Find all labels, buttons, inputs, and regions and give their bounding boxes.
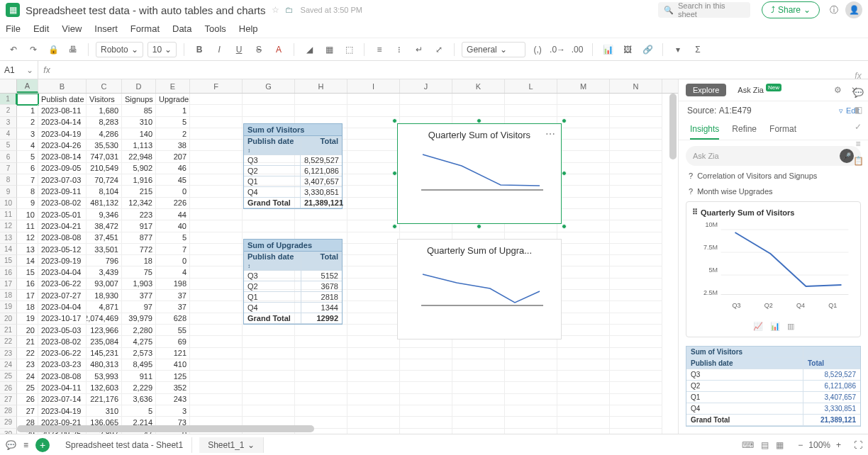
cell[interactable] [243,94,295,105]
strike-button[interactable]: S [251,42,267,57]
cell[interactable] [190,394,243,405]
cell[interactable] [557,266,610,278]
redo-button[interactable]: ↷ [26,42,41,57]
fill-color-button[interactable]: ◢ [301,42,317,57]
select-all-corner[interactable] [0,79,17,93]
cell[interactable]: 97 [122,301,156,313]
cell[interactable]: 8,495 [122,359,156,371]
insert-image-button[interactable]: 🖼 [620,42,635,57]
sheet-tab-2[interactable]: Sheet1_1⌄ [199,437,263,453]
row-header[interactable]: 19 [0,301,17,313]
cell[interactable] [190,117,243,128]
cell[interactable]: 2023-07-27 [38,290,87,301]
cell[interactable] [347,174,400,186]
cell[interactable] [243,325,295,336]
cell[interactable]: 2,573 [122,348,156,359]
cell[interactable] [557,371,610,382]
cell[interactable] [557,290,610,301]
cell[interactable]: 877 [122,232,156,244]
align-h-button[interactable]: ≡ [372,42,387,57]
cell[interactable]: 410 [156,359,190,371]
cell[interactable] [610,220,662,232]
doc-title[interactable]: Spreadsheet test data - with auto tables… [26,4,266,16]
cell[interactable]: 40 [156,220,190,232]
cell[interactable]: 911 [122,371,156,382]
bold-button[interactable]: B [191,42,207,57]
cell[interactable] [610,209,662,220]
cell[interactable] [557,117,610,128]
cell[interactable]: 2023-04-11 [38,382,87,393]
cell[interactable] [347,117,400,128]
cell[interactable]: 2 [17,117,38,128]
cell[interactable] [505,359,557,371]
cell[interactable]: 4 [17,140,38,151]
font-size-select[interactable]: 10⌄ [148,42,177,57]
cell[interactable] [400,405,452,417]
cell[interactable] [557,255,610,266]
cell[interactable]: 69 [156,336,190,347]
cell[interactable]: 2023-08-11 [38,105,87,116]
cell[interactable]: 53,993 [87,371,122,382]
row-header[interactable]: 28 [0,405,17,417]
cell[interactable]: 5 [17,151,38,162]
lock-icon[interactable]: 🔒 [45,42,61,57]
cell[interactable]: 45 [156,174,190,186]
cell[interactable] [610,128,662,140]
cell[interactable]: 5 [156,232,190,244]
cell[interactable] [557,336,610,347]
wrap-button[interactable]: ↵ [411,42,427,57]
row-header[interactable]: 3 [0,117,17,128]
cell[interactable] [190,232,243,244]
cell[interactable] [610,186,662,197]
cell[interactable]: 310 [122,117,156,128]
cell[interactable]: 6 [17,163,38,174]
row-header[interactable]: 30 [0,429,17,434]
cell[interactable] [557,163,610,174]
cell[interactable] [347,255,400,266]
cell[interactable] [243,382,295,393]
cell[interactable]: 1,916 [122,174,156,186]
cell[interactable]: 2,074,469 [87,313,122,325]
cell[interactable] [557,186,610,197]
cell[interactable]: 123,966 [87,325,122,336]
cell[interactable] [190,186,243,197]
cell[interactable]: 747,031 [87,151,122,162]
cell[interactable] [557,198,610,209]
cell[interactable]: 15 [17,266,38,278]
cell[interactable]: 2023-09-05 [38,163,87,174]
cell[interactable]: 223 [122,209,156,220]
column-header-M[interactable]: M [557,79,610,93]
cell[interactable] [347,140,400,151]
cell[interactable]: 12,342 [122,198,156,209]
cell[interactable]: 8,283 [87,117,122,128]
cell[interactable] [295,220,347,232]
cell[interactable] [557,128,610,140]
cell[interactable]: 20 [17,325,38,336]
cell[interactable] [557,151,610,162]
cell[interactable] [347,301,400,313]
cell[interactable] [243,348,295,359]
insight-link-monthwise[interactable]: ?Month wise Upgrades [686,186,861,197]
cell[interactable] [347,266,400,278]
cell[interactable] [452,394,505,405]
rail-task-icon[interactable]: ✓ [855,122,862,132]
cell[interactable] [400,105,452,116]
cell[interactable]: 243 [156,394,190,405]
underline-button[interactable]: U [231,42,247,57]
cell[interactable] [610,94,662,105]
chart-object-visitors[interactable]: ⋯ Quarterly Sum of Visitors [397,123,562,224]
cell[interactable] [347,325,400,336]
cell[interactable] [347,405,400,417]
cell[interactable]: 1,680 [87,105,122,116]
cell[interactable]: 4,275 [122,336,156,347]
cell[interactable] [610,117,662,128]
dec-dec-button[interactable]: .00 [569,42,585,57]
cell[interactable] [452,348,505,359]
cell[interactable] [347,209,400,220]
cell[interactable]: 2023-06-22 [38,348,87,359]
cell[interactable]: Visitors [87,94,122,105]
cell[interactable]: 2023-08-08 [38,371,87,382]
row-header[interactable]: 27 [0,394,17,405]
cell[interactable] [295,209,347,220]
fullscreen-icon[interactable]: ⛶ [854,440,862,450]
